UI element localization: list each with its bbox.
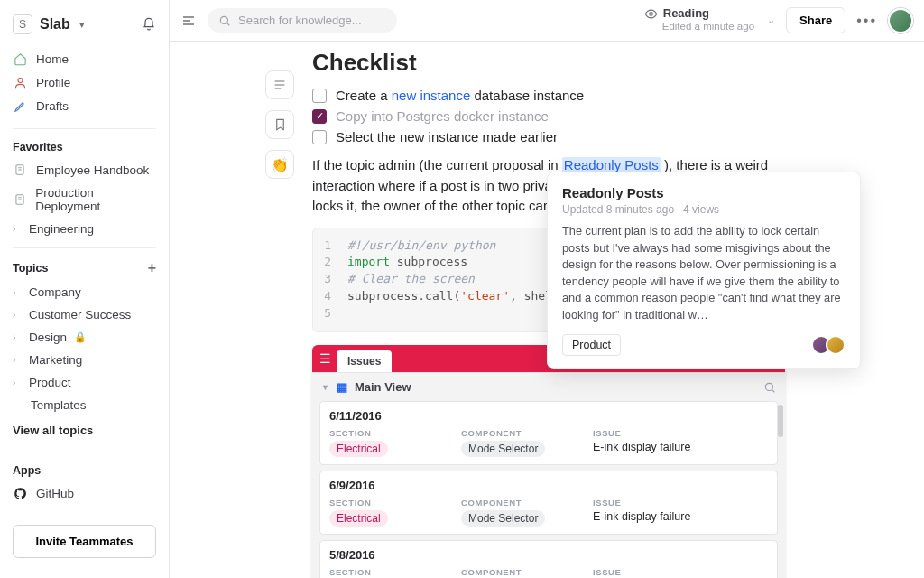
svg-point-5: [765, 383, 772, 390]
view-all-topics[interactable]: View all topics: [0, 416, 169, 444]
checklist-item[interactable]: Select the new instance made earlier: [312, 129, 902, 144]
inline-link[interactable]: new instance: [392, 88, 471, 103]
favorite-label: Production Deployment: [35, 186, 156, 213]
doc-icon: [13, 163, 27, 177]
menu-icon[interactable]: [180, 14, 197, 28]
app-github[interactable]: GitHub: [0, 481, 169, 505]
topic-customer-success[interactable]: ›Customer Success: [0, 303, 169, 326]
scrollbar[interactable]: [778, 405, 783, 437]
topic-templates[interactable]: Templates: [0, 394, 169, 416]
grid-icon: ▦: [337, 380, 347, 394]
table-row[interactable]: 6/11/2016 SECTIONElectrical COMPONENTMod…: [319, 401, 778, 465]
workspace-logo: S: [13, 14, 32, 34]
checkbox-checked[interactable]: ✓: [312, 109, 327, 124]
edited-time: Edited a minute ago: [662, 21, 754, 33]
topbar: Search for knowledge... Reading Edited a…: [170, 0, 924, 42]
add-topic-button[interactable]: +: [148, 260, 156, 276]
more-menu-button[interactable]: •••: [856, 13, 877, 29]
share-button[interactable]: Share: [786, 7, 845, 33]
favorite-label: Employee Handbook: [36, 163, 149, 177]
preview-meta: Updated 8 minutes ago · 4 views: [562, 203, 845, 216]
invite-teammates-button[interactable]: Invite Teammates: [13, 525, 156, 558]
favorites-header: Favorites: [0, 136, 169, 158]
sidebar: S Slab ▾ Home Profile Drafts Favori: [0, 0, 170, 578]
svg-point-3: [220, 16, 227, 23]
bell-icon[interactable]: [142, 17, 156, 32]
avatar: [826, 335, 845, 355]
svg-point-0: [18, 78, 23, 82]
chevron-down-icon: ▾: [79, 19, 85, 31]
checklist-item[interactable]: ✓ Copy into Postgres docker instance: [312, 108, 902, 124]
lock-icon: 🔒: [74, 331, 87, 343]
post-mention[interactable]: Readonly Posts: [562, 157, 661, 172]
doc-icon: [13, 192, 26, 207]
checkbox[interactable]: [312, 130, 327, 144]
table-row[interactable]: 5/8/2016 SECTION COMPONENT ISSUE: [319, 540, 778, 578]
airtable-embed: ☰ Issues ▼ ▦ Main View 6/11/2016 SECTION…: [312, 345, 785, 578]
preview-title: Readonly Posts: [562, 185, 845, 200]
page-title: Checklist: [312, 49, 902, 77]
svg-point-4: [649, 13, 652, 16]
user-avatar[interactable]: [888, 8, 913, 33]
search-input[interactable]: Search for knowledge...: [208, 8, 397, 33]
doc-status[interactable]: Reading Edited a minute ago: [644, 7, 754, 33]
embed-menu-icon[interactable]: ☰: [319, 351, 331, 366]
checkbox[interactable]: [312, 89, 327, 103]
topic-company[interactable]: ›Company: [0, 281, 169, 303]
github-icon: [13, 486, 27, 500]
favorite-item[interactable]: Employee Handbook: [0, 158, 169, 182]
topic-marketing[interactable]: ›Marketing: [0, 349, 169, 371]
search-placeholder: Search for knowledge...: [238, 14, 362, 27]
pencil-icon: [13, 98, 27, 113]
preview-body: The current plan is to add the ability t…: [562, 223, 845, 323]
workspace-switcher[interactable]: S Slab ▾: [0, 9, 169, 43]
chevron-right-icon: ›: [13, 355, 22, 365]
search-icon: [218, 14, 231, 27]
bookmark-button[interactable]: [265, 110, 294, 139]
nav-drafts[interactable]: Drafts: [0, 94, 169, 117]
search-icon[interactable]: [763, 381, 776, 394]
apps-header: Apps: [0, 460, 169, 481]
favorite-item[interactable]: Production Deployment: [0, 182, 169, 218]
nav-home[interactable]: Home: [0, 47, 169, 70]
chevron-right-icon: ›: [13, 224, 22, 234]
topics-header: Topics +: [0, 256, 169, 281]
topic-product[interactable]: ›Product: [0, 371, 169, 394]
topic-tag[interactable]: Product: [562, 334, 621, 356]
nav-profile[interactable]: Profile: [0, 70, 169, 94]
workspace-name: Slab: [40, 16, 70, 33]
topic-design[interactable]: ›Design 🔒: [0, 326, 169, 349]
app-label: GitHub: [36, 487, 74, 500]
view-name[interactable]: Main View: [355, 380, 411, 394]
clap-button[interactable]: 👏: [265, 150, 294, 179]
user-icon: [13, 75, 27, 89]
chevron-right-icon: ›: [13, 378, 22, 387]
nav-label: Drafts: [36, 99, 69, 113]
contributor-avatars: [817, 335, 845, 355]
embed-tab[interactable]: Issues: [337, 350, 392, 372]
home-icon: [13, 51, 27, 66]
favorite-item[interactable]: › Engineering: [0, 218, 169, 240]
nav-label: Profile: [36, 76, 70, 89]
chevron-right-icon: ›: [13, 332, 22, 342]
checklist-item[interactable]: Create a new instance database instance: [312, 88, 902, 103]
chevron-right-icon: ›: [13, 287, 22, 297]
eye-icon: [644, 7, 658, 21]
chevron-right-icon: ›: [13, 310, 22, 320]
favorite-label: Engineering: [29, 222, 94, 236]
nav-label: Home: [36, 52, 69, 66]
outline-button[interactable]: [265, 70, 294, 99]
chevron-down-icon[interactable]: ⌄: [767, 14, 775, 26]
caret-down-icon[interactable]: ▼: [321, 383, 329, 392]
hover-preview-card: Readonly Posts Updated 8 minutes ago · 4…: [547, 172, 861, 369]
table-row[interactable]: 6/9/2016 SECTIONElectrical COMPONENTMode…: [319, 471, 778, 535]
